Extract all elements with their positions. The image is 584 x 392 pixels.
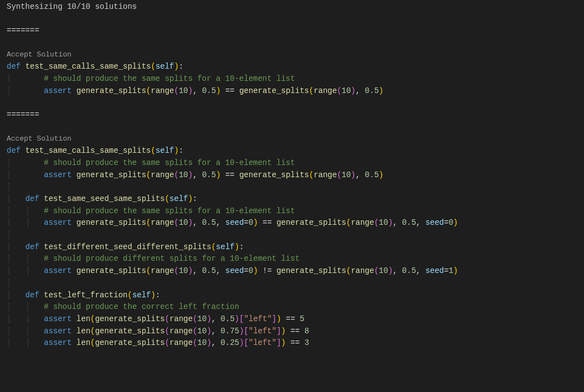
assert-line: │ │ assert generate_splits(range(10), 0.… xyxy=(7,265,584,277)
assert-line: │ │ assert generate_splits(range(10), 0.… xyxy=(7,217,584,229)
comment-line: │ │ # should produce different splits fo… xyxy=(7,253,584,265)
blank-line xyxy=(7,121,584,133)
blank-line: │ xyxy=(7,229,584,241)
accept-solution-link[interactable]: Accept Solution xyxy=(7,49,584,61)
comment-line: │ │ # should produce the same splits for… xyxy=(7,205,584,218)
blank-line xyxy=(7,13,584,25)
assert-line: │ assert generate_splits(range(10), 0.5)… xyxy=(7,85,584,97)
function-def: def test_same_calls_same_splits(self): xyxy=(7,61,584,73)
assert-line: │ │ assert len(generate_splits(range(10)… xyxy=(7,313,584,326)
function-def: def test_same_calls_same_splits(self): xyxy=(7,145,584,157)
function-def: │ def test_left_fraction(self): xyxy=(7,290,584,302)
status-line: Synthesizing 10/10 solutions xyxy=(7,1,584,13)
function-def: │ def test_different_seed_different_spli… xyxy=(7,241,584,254)
accept-solution-link[interactable]: Accept Solution xyxy=(7,133,584,146)
blank-line xyxy=(7,37,584,49)
code-editor[interactable]: Synthesizing 10/10 solutions ======= Acc… xyxy=(7,1,584,349)
blank-line: │ xyxy=(7,277,584,290)
comment-line: │ # should produce the same splits for a… xyxy=(7,157,584,169)
blank-line: │ xyxy=(7,181,584,193)
function-def: │ def test_same_seed_same_splits(self): xyxy=(7,193,584,205)
assert-line: │ │ assert len(generate_splits(range(10)… xyxy=(7,337,584,349)
solution-separator: ======= xyxy=(7,25,584,37)
comment-line: │ │ # should produce the correct left fr… xyxy=(7,301,584,313)
solution-separator: ======= xyxy=(7,109,584,121)
comment-line: │ # should produce the same splits for a… xyxy=(7,73,584,85)
assert-line: │ assert generate_splits(range(10), 0.5)… xyxy=(7,169,584,182)
blank-line xyxy=(7,97,584,110)
assert-line: │ │ assert len(generate_splits(range(10)… xyxy=(7,326,584,338)
